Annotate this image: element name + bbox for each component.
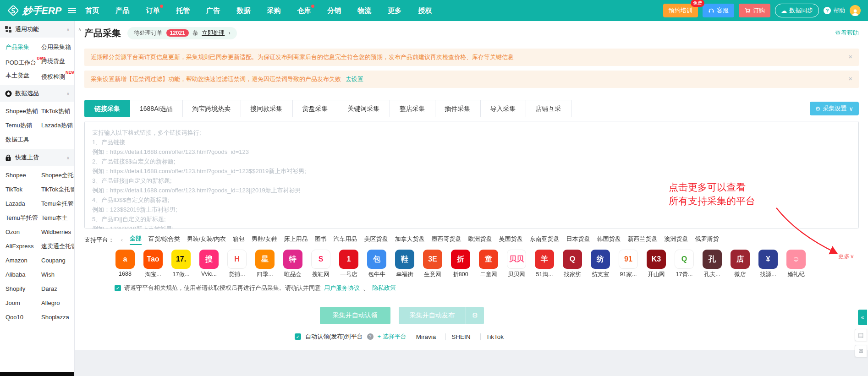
platform-category[interactable]: 加拿大货盘 xyxy=(395,235,424,245)
chevron-left-icon[interactable]: ‹ xyxy=(121,237,123,243)
go-settings-link[interactable]: 去设置 xyxy=(346,76,363,82)
link-input-textarea[interactable] xyxy=(84,121,859,229)
chat-widget-button[interactable]: ▤ xyxy=(855,329,867,341)
sidebar-item[interactable]: TikTok xyxy=(5,182,41,196)
platform-category[interactable]: 男装/女装/内衣 xyxy=(187,235,226,245)
platform-item[interactable]: 91 91家... xyxy=(618,250,639,278)
nav-menu-item[interactable]: 授权 xyxy=(418,6,432,15)
collect-tab[interactable]: 关键词采集 xyxy=(338,100,390,117)
sidebar-item[interactable]: POD工作台Beta xyxy=(5,54,41,68)
collect-claim-button[interactable]: 采集并自动认领 xyxy=(320,307,390,324)
sidebar-item[interactable]: Temu热销 xyxy=(5,118,41,132)
sidebar-item[interactable]: 跨境货盘 xyxy=(41,54,75,68)
sidebar-section-data[interactable]: 数据选品 ∧ xyxy=(0,85,74,102)
menu-toggle-icon[interactable] xyxy=(68,8,76,13)
platform-item[interactable]: Tao 淘宝... xyxy=(143,250,164,278)
nav-menu-item[interactable]: 物流 xyxy=(357,6,371,15)
collect-tab[interactable]: 链接采集 xyxy=(84,100,130,117)
platform-item[interactable]: 折 折800 xyxy=(450,250,471,278)
sidebar-section-general[interactable]: 通用功能 ∧ xyxy=(0,21,74,38)
platform-category[interactable]: 床上用品 xyxy=(284,235,308,245)
nav-menu-item[interactable]: 产品 xyxy=(115,6,129,15)
sidebar-item[interactable]: Temu全托管 xyxy=(41,196,75,211)
platform-category[interactable]: 俄罗斯货 xyxy=(695,235,719,245)
nav-menu-item[interactable]: 首页 xyxy=(85,6,99,15)
platform-category[interactable]: 东南亚货盘 xyxy=(529,235,559,245)
platform-item[interactable]: 童 二童网 xyxy=(478,250,499,278)
data-sync-button[interactable]: ☁ 数据同步 xyxy=(775,4,819,17)
sidebar-item[interactable]: 公用采集箱 xyxy=(41,40,75,54)
agreement-checkbox[interactable]: ✓ xyxy=(115,285,121,291)
app-logo[interactable]: 妙手ERP xyxy=(7,4,61,17)
platform-item[interactable]: 17. 17做... xyxy=(170,250,192,278)
sidebar-item[interactable]: Coupang xyxy=(41,253,75,267)
platform-category[interactable]: 澳洲货盘 xyxy=(664,235,688,245)
auto-claim-checkbox[interactable]: ✓ xyxy=(295,333,301,340)
sidebar-item[interactable]: Lazada xyxy=(5,196,41,211)
sidebar-item[interactable]: Shopify xyxy=(5,282,41,296)
sidebar-item[interactable]: Wish xyxy=(41,267,75,282)
privacy-link[interactable]: 隐私政策 xyxy=(372,284,396,292)
collect-tab[interactable]: 搜同款采集 xyxy=(241,100,293,117)
collect-tab[interactable]: 淘宝跨境热卖 xyxy=(183,100,241,117)
nav-menu-item[interactable]: 订单 xyxy=(146,6,159,15)
platform-category[interactable]: 墨西哥货盘 xyxy=(431,235,461,245)
platform-category[interactable]: 美区货盘 xyxy=(364,235,388,245)
sidebar-item[interactable]: Wildberries xyxy=(41,225,75,239)
nav-menu-item[interactable]: 广告 xyxy=(206,6,220,15)
collect-tab[interactable]: 插件采集 xyxy=(435,100,481,117)
sidebar-item[interactable]: Amazon xyxy=(5,253,41,267)
platform-item[interactable]: ☺ 婚礼纪 xyxy=(786,250,807,278)
platform-item[interactable]: a 1688 xyxy=(115,250,136,278)
platform-item[interactable]: 包 包牛牛 xyxy=(366,250,387,278)
collect-tab[interactable]: 店铺互采 xyxy=(526,100,571,117)
platform-category[interactable]: 欧洲货盘 xyxy=(468,235,492,245)
sidebar-item[interactable]: 本土货盘 xyxy=(5,68,41,82)
platform-item[interactable]: S 搜鞋网 xyxy=(310,250,331,278)
sidebar-item[interactable]: 产品采集 xyxy=(5,40,41,54)
process-now-link[interactable]: 立即处理 xyxy=(202,29,225,37)
select-platform-link[interactable]: + 选择平台 xyxy=(378,332,407,341)
platform-item[interactable]: H 货捕... xyxy=(226,250,247,278)
more-platforms-link[interactable]: 更多∨ xyxy=(838,252,854,261)
collect-tab[interactable]: 1688Ai选品 xyxy=(130,100,183,117)
publish-platform[interactable]: Miravia xyxy=(411,333,442,340)
platform-item[interactable]: 特 唯品会 xyxy=(282,250,303,278)
sidebar-item[interactable]: Lazada热销 xyxy=(41,118,74,132)
nav-menu-item[interactable]: 仓库 xyxy=(297,6,311,15)
platform-item[interactable]: 1 一号店 xyxy=(338,250,359,278)
platform-category[interactable]: 图书 xyxy=(314,235,326,245)
nav-menu-item[interactable]: 托管 xyxy=(176,6,190,15)
platform-category[interactable]: 英国货盘 xyxy=(499,235,522,245)
publish-platform[interactable]: TikTok xyxy=(480,333,510,340)
sidebar-item[interactable]: Shopee xyxy=(5,168,41,182)
close-icon[interactable]: × xyxy=(848,53,852,60)
platform-category[interactable]: 韩国货盘 xyxy=(597,235,621,245)
platform-item[interactable]: Q 17青... xyxy=(674,250,695,278)
platform-item[interactable]: 店 微店 xyxy=(730,250,751,278)
sidebar-item[interactable]: 数据工具 xyxy=(5,132,41,147)
platform-item[interactable]: 3E 生意网 xyxy=(422,250,443,278)
platform-item[interactable]: ¥ 找源... xyxy=(758,250,779,278)
customer-service-button[interactable]: 客服 xyxy=(703,4,734,17)
book-training-button[interactable]: 预约培训 免费 xyxy=(663,4,698,17)
platform-item[interactable]: 孔 孔夫... xyxy=(702,250,723,278)
platform-item[interactable]: 星 四季... xyxy=(254,250,275,278)
help-button[interactable]: ? 帮助 xyxy=(824,6,845,15)
platform-category[interactable]: 全部 xyxy=(130,234,142,245)
platform-item[interactable]: 鞋 幸福街 xyxy=(394,250,415,278)
collect-tab[interactable]: 货盘采集 xyxy=(293,100,338,117)
nav-menu-item[interactable]: 采购 xyxy=(267,6,280,15)
platform-item[interactable]: 纺 纺支宝 xyxy=(590,250,611,278)
sidebar-item[interactable]: Shopee热销 xyxy=(5,104,41,118)
gear-icon[interactable]: ⚙ xyxy=(466,311,484,320)
sidebar-item[interactable]: 侵权检测NEW xyxy=(41,68,75,82)
collect-tab[interactable]: 整店采集 xyxy=(390,100,435,117)
close-icon[interactable]: × xyxy=(848,75,852,82)
panel-collapse-icon[interactable]: ∧ xyxy=(78,27,82,33)
feedback-widget-button[interactable]: ✉ xyxy=(855,345,867,357)
sidebar-section-quick[interactable]: 快速上货 ∧ xyxy=(0,149,74,166)
user-avatar[interactable] xyxy=(850,5,861,16)
sidebar-item[interactable]: Shopee全托管 xyxy=(41,168,75,182)
platform-item[interactable]: K3 开山网 xyxy=(646,250,667,278)
